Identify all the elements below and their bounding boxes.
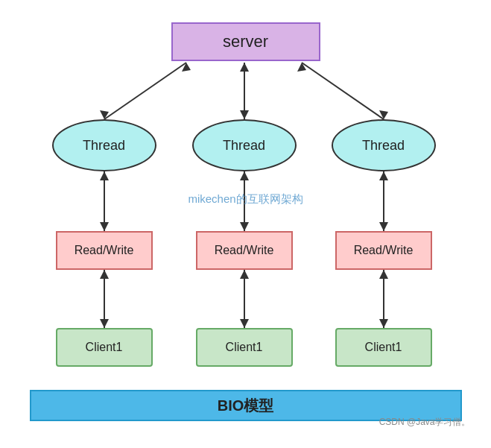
svg-marker-4: [240, 110, 249, 119]
thread-right-label: Thread: [362, 138, 405, 154]
rw-right-label: Read/Write: [354, 244, 414, 257]
server-box: server: [171, 22, 320, 61]
client-right-label: Client1: [365, 341, 402, 354]
arrows-overlay: [7, 7, 484, 432]
client-right: Client1: [335, 328, 432, 367]
server-label: server: [223, 32, 268, 51]
svg-marker-13: [240, 222, 249, 231]
thread-mid-label: Thread: [223, 138, 265, 154]
svg-marker-20: [100, 270, 109, 279]
svg-marker-17: [379, 171, 388, 180]
rw-mid: Read/Write: [196, 231, 293, 270]
svg-marker-19: [100, 319, 109, 328]
svg-line-0: [104, 63, 186, 119]
rw-right: Read/Write: [335, 231, 432, 270]
client-mid-label: Client1: [226, 341, 263, 354]
client-left: Client1: [56, 328, 153, 367]
svg-marker-22: [240, 319, 249, 328]
watermark: mikechen的互联网架构: [188, 192, 302, 206]
rw-left-label: Read/Write: [75, 244, 134, 257]
svg-marker-14: [240, 171, 249, 180]
diagram-container: server Thread Thread Thread mikechen的互联网…: [7, 7, 484, 432]
svg-marker-26: [379, 270, 388, 279]
thread-left-label: Thread: [83, 138, 125, 154]
rw-mid-label: Read/Write: [215, 244, 274, 257]
svg-marker-2: [182, 63, 191, 72]
svg-marker-23: [240, 270, 249, 279]
svg-marker-10: [100, 222, 109, 231]
svg-marker-8: [297, 63, 306, 72]
thread-right: Thread: [332, 119, 436, 171]
thread-mid: Thread: [192, 119, 297, 171]
credit-text: CSDN @Java学习僧。: [379, 416, 471, 429]
svg-marker-11: [100, 171, 109, 180]
svg-marker-5: [240, 63, 249, 72]
svg-marker-1: [100, 110, 109, 119]
svg-marker-25: [379, 319, 388, 328]
rw-left: Read/Write: [56, 231, 153, 270]
svg-marker-16: [379, 222, 388, 231]
bio-label: BIO模型: [218, 396, 274, 416]
thread-left: Thread: [52, 119, 156, 171]
svg-marker-7: [379, 110, 388, 119]
client-left-label: Client1: [86, 341, 123, 354]
client-mid: Client1: [196, 328, 293, 367]
svg-line-6: [302, 63, 384, 119]
